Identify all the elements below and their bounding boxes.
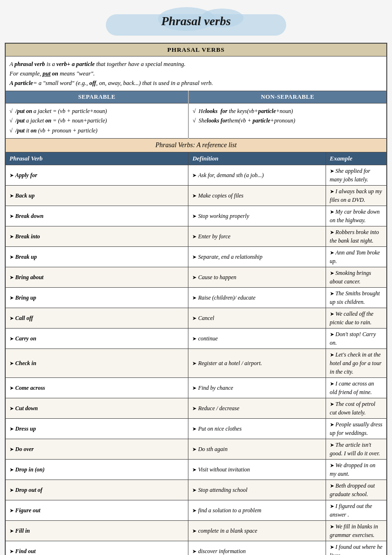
example-cell: ➤The Smiths brought up six children. [326,288,387,308]
definition-cell: ➤find a solution to a problem [188,500,326,521]
definition-cell: ➤Stop attending school [188,480,326,500]
definition-cell: ➤Reduce / decrease [188,398,326,419]
table-row: ➤Find out➤discover information➤I found o… [5,541,387,555]
definition-cell: ➤Stop working properly [188,206,326,226]
phrasal-verbs-header-row: PHRASAL VERBS [5,43,387,56]
table-row: ➤Drop out of➤Stop attending school➤Beth … [5,480,387,500]
example-cell: ➤I figured out the answer . [326,500,387,521]
table-row: ➤Carry on➤continue➤Don't stop! Carry on. [5,329,387,349]
example-cell: ➤She applied for many jobs lately. [326,165,387,186]
table-row: ➤Call off➤Cancel➤We called off the picni… [5,308,387,329]
phrasal-verb-cell: ➤Come across [5,378,188,398]
phrasal-verbs-header: PHRASAL VERBS [5,43,387,56]
table-row: ➤Come across➤Find by chance➤I came acros… [5,378,387,398]
phrasal-verb-cell: ➤Back up [5,186,188,206]
phrasal-verb-cell: ➤Break up [5,247,188,267]
phrasal-verb-cell: ➤Break down [5,206,188,226]
definition-cell: ➤Register at a hotel / airport. [188,349,326,378]
definition-cell: ➤continue [188,329,326,349]
table-row: ➤Dress up➤Put on nice clothes➤People usu… [5,419,387,439]
example-cell: ➤We dropped in on my aunt. [326,460,387,480]
col-header-def: Definition [188,152,326,165]
example-cell: ➤The article isn't good. I will do it ov… [326,439,387,460]
example-cell: ➤Ann and Tom broke up. [326,247,387,267]
phrasal-verb-cell: ➤Dress up [5,419,188,439]
definition-cell: ➤Raise (children)/ educate [188,288,326,308]
definition-cell: ➤Put on nice clothes [188,419,326,439]
table-row: ➤Break into➤Enter by force➤Robbers broke… [5,226,387,247]
definition-cell: ➤Cause to happen [188,267,326,288]
example-cell: ➤Beth dropped out graduate school. [326,480,387,500]
definition-cell: ➤Do sth again [188,439,326,460]
example-cell: ➤Let's check in at the hotel and go for … [326,349,387,378]
sep-examples-cell: √ /put on a jacket = (vb + particle+noun… [5,103,188,139]
title-area: Phrasal verbs [5,5,387,38]
phrasal-verbs-body: ➤Apply for➤Ask for, demand sth (a job...… [5,165,387,555]
example-cell: ➤My car broke down on the highway. [326,206,387,226]
table-row: ➤Check in➤Register at a hotel / airport.… [5,349,387,378]
table-row: ➤Bring up➤Raise (children)/ educate➤The … [5,288,387,308]
example-cell: ➤The cost of petrol cut down lately. [326,398,387,419]
definition-cell: ➤Cancel [188,308,326,329]
phrasal-verb-cell: ➤Do over [5,439,188,460]
ref-header-row: Phrasal Verbs: A reference list [5,139,387,152]
table-row: ➤Do over➤Do sth again➤The article isn't … [5,439,387,460]
examples-row: √ /put on a jacket = (vb + particle+noun… [5,103,387,139]
phrasal-verb-cell: ➤Fill in [5,521,188,541]
ref-header-cell: Phrasal Verbs: A reference list [5,139,387,152]
table-row: ➤Break down➤Stop working properly➤My car… [5,206,387,226]
phrasal-verb-cell: ➤Check in [5,349,188,378]
phrasal-verb-cell: ➤Apply for [5,165,188,186]
example-cell: ➤Don't stop! Carry on. [326,329,387,349]
phrasal-verb-cell: ➤Bring up [5,288,188,308]
example-cell: ➤We called off the picnic due to rain. [326,308,387,329]
table-row: ➤Cut down➤Reduce / decrease➤The cost of … [5,398,387,419]
intro-cell: A phrasal verb is a verb+ a particle tha… [5,56,387,91]
phrasal-verb-cell: ➤Break into [5,226,188,247]
col-headers-row: Phrasal Verb Definition Example [5,152,387,165]
example-cell: ➤People usually dress up for weddings. [326,419,387,439]
table-row: ➤Break up➤Separate, end a relationship➤A… [5,247,387,267]
phrasal-verb-cell: ➤Find out [5,541,188,555]
definition-cell: ➤Enter by force [188,226,326,247]
phrasal-verb-cell: ➤Figure out [5,500,188,521]
definition-cell: ➤Find by chance [188,378,326,398]
example-cell: ➤I came across an old friend of mine. [326,378,387,398]
non-separable-header: NON-SEPARABLE [188,91,387,103]
intro-row: A phrasal verb is a verb+ a particle tha… [5,56,387,91]
phrasal-verb-cell: ➤Bring about [5,267,188,288]
phrasal-verb-cell: ➤Call off [5,308,188,329]
example-cell: ➤Smoking brings about cancer. [326,267,387,288]
definition-cell: ➤discover information [188,541,326,555]
col-header-example: Example [326,152,387,165]
definition-cell: ➤Separate, end a relationship [188,247,326,267]
sep-header-row: SEPARABLE NON-SEPARABLE [5,91,387,103]
table-row: ➤Fill in➤complete in a blank space➤We fi… [5,521,387,541]
definition-cell: ➤Ask for, demand sth (a job...) [188,165,326,186]
table-row: ➤Figure out➤find a solution to a problem… [5,500,387,521]
table-row: ➤Back up➤Make copies of files➤I always b… [5,186,387,206]
phrasal-verb-cell: ➤Drop out of [5,480,188,500]
col-header-verb: Phrasal Verb [5,152,188,165]
example-cell: ➤I found out where he lives. [326,541,387,555]
phrasal-verb-cell: ➤Cut down [5,398,188,419]
main-table: PHRASAL VERBS A phrasal verb is a verb+ … [5,43,387,555]
phrasal-verb-cell: ➤Carry on [5,329,188,349]
page-title: Phrasal verbs [161,14,231,28]
table-row: ➤Bring about➤Cause to happen➤Smoking bri… [5,267,387,288]
example-cell: ➤I always back up my files on a DVD. [326,186,387,206]
phrasal-verb-cell: ➤Drop in (on) [5,460,188,480]
non-sep-examples-cell: √ Helooks for the keys(vb+particle+noun)… [188,103,387,139]
table-row: ➤Apply for➤Ask for, demand sth (a job...… [5,165,387,186]
table-row: ➤Drop in (on)➤Visit without invitation➤W… [5,460,387,480]
definition-cell: ➤Make copies of files [188,186,326,206]
example-cell: ➤Robbers broke into the bank last night. [326,226,387,247]
definition-cell: ➤complete in a blank space [188,521,326,541]
example-cell: ➤We fill in blanks in grammar exercises. [326,521,387,541]
separable-header: SEPARABLE [5,91,188,103]
definition-cell: ➤Visit without invitation [188,460,326,480]
